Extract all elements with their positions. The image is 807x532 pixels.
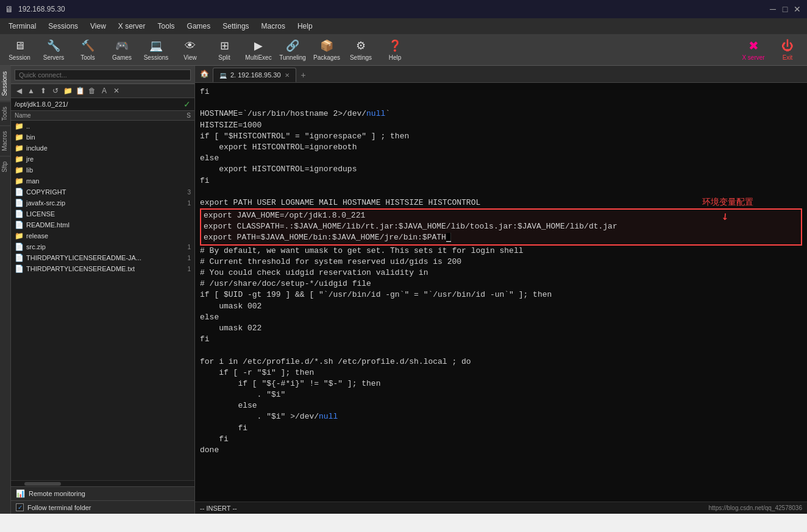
folder-icon: 📁 [15, 133, 24, 141]
view-button[interactable]: 👁 View [173, 35, 207, 65]
remote-monitoring-button[interactable]: 📊 Remote monitoring [11, 486, 194, 500]
fb-refresh-button[interactable]: ↺ [50, 85, 61, 96]
tunneling-icon: 🔗 [285, 38, 300, 53]
help-button[interactable]: ❓ Help [378, 35, 412, 65]
list-item[interactable]: 📁 include [11, 143, 194, 154]
term-line: else [200, 312, 802, 323]
sessions2-button[interactable]: 💻 Sessions [139, 35, 173, 65]
side-tab-sessions[interactable]: Sessions [0, 66, 10, 101]
list-item[interactable]: 📁 man [11, 176, 194, 186]
folder-icon: 📁 [15, 177, 24, 185]
status-url: https://blog.csdn.net/qq_42578036 [709, 505, 802, 511]
multiexec-button[interactable]: ▶ MultiExec [241, 35, 276, 65]
list-item[interactable]: 📄 COPYRIGHT 3 [11, 186, 194, 197]
list-item[interactable]: 📁 lib [11, 165, 194, 176]
term-line: else [200, 400, 802, 411]
fb-newfolder-button[interactable]: 📁 [62, 85, 73, 96]
tools-button[interactable]: 🔨 Tools [71, 35, 105, 65]
term-line: fi [200, 334, 802, 345]
list-item[interactable]: 📄 README.html [11, 219, 194, 230]
fb-home-button[interactable]: ⬆ [38, 85, 49, 96]
split-icon: ⊞ [217, 38, 232, 53]
app-icon: 🖥 [5, 4, 13, 14]
sessions2-icon: 💻 [149, 38, 163, 53]
fb-rename-button[interactable]: A [99, 85, 110, 96]
help-icon: ❓ [388, 38, 402, 53]
fb-cancel-button[interactable]: ✕ [111, 85, 122, 96]
list-item[interactable]: 📄 LICENSE [11, 208, 194, 219]
highlight-box: export JAVA_HOME=/opt/jdk1.8.0_221 expor… [200, 208, 802, 246]
right-panel: 🏠 💻 2. 192.168.95.30 ✕ + fi HOSTNAME=`/u… [195, 66, 807, 514]
list-item[interactable]: 📄 javafx-src.zip 1 [11, 197, 194, 208]
term-line: . "$i" >/dev/null [200, 411, 802, 422]
term-line: for i in /etc/profile.d/*.sh /etc/profil… [200, 356, 802, 367]
menu-sessions[interactable]: Sessions [42, 20, 84, 33]
session-button[interactable]: 🖥 Session [2, 35, 37, 65]
folder-icon: 📁 [15, 122, 24, 130]
games-button[interactable]: 🎮 Games [105, 35, 139, 65]
titlebar: 🖥 192.168.95.30 ─ □ ✕ [0, 0, 807, 18]
add-tab-button[interactable]: + [296, 68, 311, 82]
term-line: if [ "$HISTCONTROL" = "ignorespace" ] ; … [200, 131, 802, 142]
list-item[interactable]: 📁 .. [11, 121, 194, 132]
exit-icon: ⏻ [780, 38, 795, 53]
menu-settings[interactable]: Settings [216, 20, 255, 33]
side-tab-sftp[interactable]: Sftp [0, 156, 10, 177]
follow-terminal-label: Follow terminal folder [27, 504, 91, 511]
split-button[interactable]: ⊞ Split [207, 35, 241, 65]
home-tab[interactable]: 🏠 [196, 65, 213, 82]
list-item[interactable]: 📁 jre [11, 154, 194, 165]
menu-view[interactable]: View [84, 20, 112, 33]
xserver-button[interactable]: ✖ X server [736, 35, 770, 65]
file-icon: 📄 [15, 199, 24, 207]
terminal-tab[interactable]: 💻 2. 192.168.95.30 ✕ [213, 68, 296, 82]
list-item[interactable]: 📄 THIRDPARTYLICENSEREADME.txt 1 [11, 263, 194, 274]
fb-up-button[interactable]: ▲ [26, 85, 37, 96]
fb-copy-button[interactable]: 📋 [74, 85, 85, 96]
menu-tools[interactable]: Tools [152, 20, 181, 33]
term-line: fi [200, 423, 802, 434]
terminal-tab-close[interactable]: ✕ [285, 72, 290, 79]
multiexec-icon: ▶ [251, 38, 266, 53]
menu-games[interactable]: Games [181, 20, 217, 33]
fb-back-button[interactable]: ◀ [13, 85, 24, 96]
term-line: if [ $UID -gt 199 ] && [ "`/usr/bin/id -… [200, 289, 802, 300]
path-text: /opt/jdk1.8.0_221/ [15, 101, 183, 108]
quick-connect-input[interactable] [15, 69, 191, 80]
file-icon: 📄 [15, 188, 24, 196]
settings-button[interactable]: ⚙ Settings [344, 35, 378, 65]
minimize-button[interactable]: ─ [768, 4, 778, 14]
maximize-button[interactable]: □ [780, 4, 790, 14]
list-item[interactable]: 📄 src.zip 1 [11, 241, 194, 252]
annotation-text: 环境变量配置 [702, 196, 753, 208]
col-name-header: Name [15, 112, 166, 119]
side-tabs: Sessions Tools Macros Sftp [0, 66, 11, 514]
servers-button[interactable]: 🔧 Servers [37, 35, 71, 65]
statusbar: -- INSERT -- https://blog.csdn.net/qq_42… [195, 502, 807, 514]
menu-xserver[interactable]: X server [112, 20, 152, 33]
fb-delete-button[interactable]: 🗑 [87, 85, 98, 96]
file-list-header: Name S [11, 111, 194, 121]
file-icon: 📄 [15, 210, 24, 218]
close-button[interactable]: ✕ [792, 4, 802, 14]
terminal-area[interactable]: fi HOSTNAME=`/usr/bin/hostname 2>/dev/nu… [195, 83, 807, 502]
list-item[interactable]: 📄 THIRDPARTYLICENSEREADME-JA... 1 [11, 252, 194, 263]
packages-button[interactable]: 📦 Packages [310, 35, 344, 65]
term-line: # You could check uidgid reservation val… [200, 268, 802, 278]
menu-macros[interactable]: Macros [255, 20, 291, 33]
exit-button[interactable]: ⏻ Exit [770, 35, 805, 65]
tab-area: 🏠 💻 2. 192.168.95.30 ✕ + [195, 66, 807, 83]
file-icon: 📄 [15, 243, 24, 251]
menu-terminal[interactable]: Terminal [2, 20, 42, 33]
menu-help[interactable]: Help [291, 20, 319, 33]
folder-icon: 📁 [15, 232, 24, 240]
filebrowser-toolbar: ◀ ▲ ⬆ ↺ 📁 📋 🗑 A ✕ [11, 84, 194, 98]
follow-terminal-checkbox[interactable] [16, 503, 24, 511]
file-list-scrollbar[interactable] [11, 480, 194, 486]
term-line: umask 002 [200, 301, 802, 312]
tunneling-button[interactable]: 🔗 Tunneling [276, 35, 310, 65]
list-item[interactable]: 📁 release [11, 230, 194, 241]
side-tab-macros[interactable]: Macros [0, 126, 10, 156]
list-item[interactable]: 📁 bin [11, 132, 194, 143]
side-tab-tools[interactable]: Tools [0, 101, 10, 126]
